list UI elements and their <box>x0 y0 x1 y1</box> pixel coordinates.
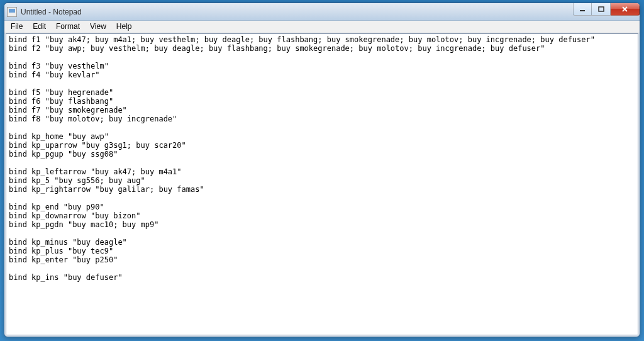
menu-help[interactable]: Help <box>111 21 137 33</box>
menu-file[interactable]: File <box>6 21 28 33</box>
window-controls <box>573 3 640 16</box>
window-title: Untitled - Notepad <box>21 8 82 16</box>
notepad-window: Untitled - Notepad File Edit Format View… <box>4 3 640 337</box>
menu-view[interactable]: View <box>85 21 111 33</box>
menu-format[interactable]: Format <box>51 21 85 33</box>
svg-rect-0 <box>580 10 585 11</box>
editor-viewport[interactable]: bind f1 "buy ak47; buy m4a1; buy vesthel… <box>6 33 638 335</box>
maximize-icon <box>598 6 604 13</box>
close-button[interactable] <box>611 3 640 16</box>
minimize-button[interactable] <box>573 3 592 16</box>
menu-edit[interactable]: Edit <box>28 21 51 33</box>
close-icon <box>621 6 628 13</box>
svg-rect-1 <box>599 7 604 11</box>
menubar: File Edit Format View Help <box>4 21 640 33</box>
titlebar[interactable]: Untitled - Notepad <box>4 3 640 21</box>
text-content[interactable]: bind f1 "buy ak47; buy m4a1; buy vesthel… <box>9 35 635 282</box>
minimize-icon <box>579 6 586 13</box>
notepad-icon <box>7 7 17 17</box>
maximize-button[interactable] <box>592 3 611 16</box>
